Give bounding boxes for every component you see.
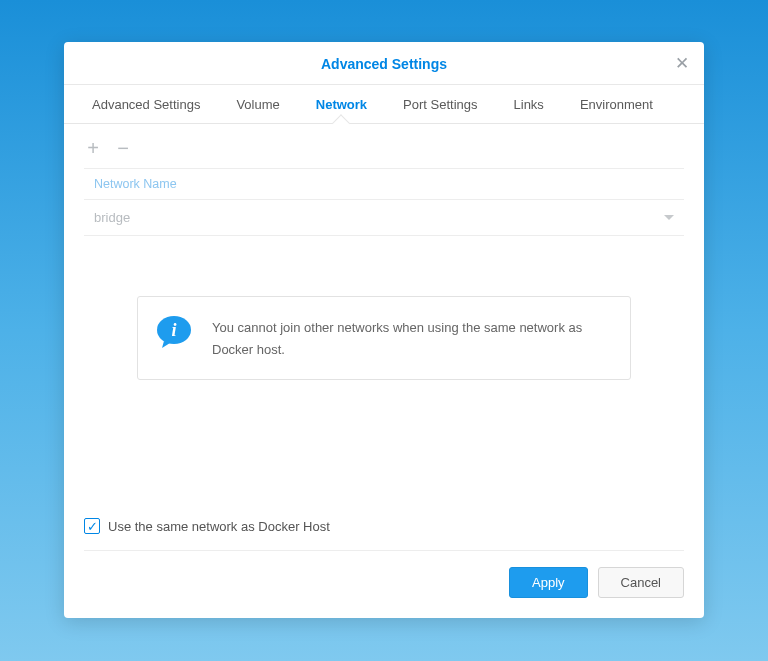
content-area: + − Network Name bridge i You cannot joi…: [64, 124, 704, 551]
info-box: i You cannot join other networks when us…: [137, 296, 631, 380]
info-message: You cannot join other networks when usin…: [212, 315, 610, 361]
modal-header: Advanced Settings ✕: [64, 42, 704, 85]
remove-button[interactable]: −: [114, 138, 132, 158]
table-row[interactable]: bridge: [84, 200, 684, 236]
tab-port-settings[interactable]: Port Settings: [385, 85, 495, 123]
info-icon: i: [156, 315, 196, 352]
checkmark-icon: ✓: [87, 520, 98, 533]
use-host-network-checkbox[interactable]: ✓: [84, 518, 100, 534]
tabs-bar: Advanced Settings Volume Network Port Se…: [64, 85, 704, 124]
tab-network[interactable]: Network: [298, 85, 385, 123]
svg-text:i: i: [171, 320, 176, 340]
checkbox-row: ✓ Use the same network as Docker Host: [84, 510, 684, 551]
modal-title: Advanced Settings: [321, 56, 447, 72]
network-name-value: bridge: [94, 210, 130, 225]
apply-button[interactable]: Apply: [509, 567, 588, 598]
tab-advanced-settings[interactable]: Advanced Settings: [74, 85, 218, 123]
table-header-network-name: Network Name: [84, 168, 684, 200]
chevron-down-icon[interactable]: [664, 215, 674, 220]
tab-volume[interactable]: Volume: [218, 85, 297, 123]
add-button[interactable]: +: [84, 138, 102, 158]
tab-environment[interactable]: Environment: [562, 85, 671, 123]
modal-footer: Apply Cancel: [64, 551, 704, 618]
cancel-button[interactable]: Cancel: [598, 567, 684, 598]
close-icon[interactable]: ✕: [674, 56, 690, 72]
toolbar: + −: [84, 124, 684, 168]
checkbox-label: Use the same network as Docker Host: [108, 519, 330, 534]
tab-links[interactable]: Links: [496, 85, 562, 123]
advanced-settings-modal: Advanced Settings ✕ Advanced Settings Vo…: [64, 42, 704, 618]
